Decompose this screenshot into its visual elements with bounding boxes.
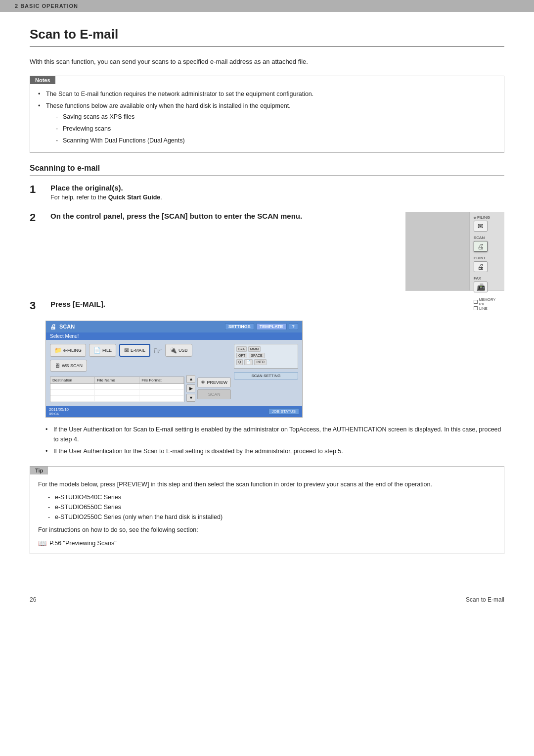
tip-model-1: e-STUDIO4540C Series	[48, 492, 496, 502]
scroll-down-btn[interactable]: ▼	[186, 394, 195, 402]
scan-menu-buttons: 📁 e-FILING 📄 FILE ✉ E-MAIL ☞	[50, 344, 231, 357]
setting-item-4: SPACE	[249, 353, 264, 358]
step-1: 1 Place the original(s). For help, refer…	[30, 184, 504, 203]
help-label: ?	[292, 324, 295, 329]
usb-menu-btn[interactable]: 🔌 USB	[165, 344, 192, 357]
bullet-item-2: If the User Authentication for the Scan …	[45, 446, 504, 456]
tip-ref-icon: 📖	[38, 538, 46, 549]
efiling-menu-icon: 📁	[54, 347, 62, 354]
print-label: PRINT	[474, 256, 486, 260]
efiling-menu-btn[interactable]: 📁 e-FILING	[50, 344, 86, 357]
step-1-number: 1	[30, 184, 45, 195]
line-checkbox	[474, 306, 478, 310]
scan-setting-button[interactable]: SCAN SETTING	[234, 372, 298, 379]
job-status-button[interactable]: JOB STATUS	[268, 408, 299, 415]
setting-item-7: INTO	[254, 359, 267, 365]
col-fileformat: File Format	[139, 377, 184, 383]
efiling-label: e-FILING	[474, 215, 490, 220]
intro-paragraph: With this scan function, you can send yo…	[30, 57, 504, 67]
job-status-label: JOB STATUS	[272, 409, 296, 414]
setting-row-2: OPT SPACE	[236, 353, 296, 358]
scroll-mid-btn[interactable]: ▶	[186, 384, 195, 392]
notes-item-1: The Scan to E-mail function requires the…	[38, 89, 496, 99]
setting-item-3: OPT	[236, 353, 247, 358]
step-1-title: Place the original(s).	[50, 184, 504, 192]
step-3-section: 3 Press [E-MAIL]. 🖨 SCAN SETTINGS TEMPLA…	[30, 300, 504, 562]
scan-table-header: Destination File Name File Format	[50, 377, 184, 384]
template-label: TEMPLATE	[260, 324, 283, 329]
file-menu-btn[interactable]: 📄 FILE	[89, 344, 116, 357]
step-3-content: Press [E-MAIL].	[50, 300, 504, 310]
scan-subheader: Select Menu!	[46, 332, 302, 340]
setting-row-3: Q 📄 INTO	[236, 359, 296, 365]
settings-label: SETTINGS	[228, 324, 251, 329]
scan-table: Destination File Name File Format	[50, 377, 184, 402]
scan-body: 📁 e-FILING 📄 FILE ✉ E-MAIL ☞	[46, 340, 302, 406]
tip-label: Tip	[30, 467, 48, 474]
page-title: Scan to E-mail	[30, 27, 504, 47]
setting-item-6: 📄	[244, 359, 253, 365]
fax-group: FAX 📠	[474, 276, 500, 292]
template-button[interactable]: TEMPLATE	[256, 323, 287, 330]
fax-button: 📠	[474, 282, 488, 292]
email-menu-btn[interactable]: ✉ E-MAIL	[119, 344, 150, 357]
setting-item-5: Q	[236, 359, 243, 365]
step-3-number: 3	[30, 300, 45, 312]
notes-sub-list: Saving scans as XPS files Previewing sca…	[46, 112, 496, 145]
memory-rx-line: MEMORY RX LINE	[474, 297, 500, 311]
scroll-up-btn[interactable]: ▲	[186, 375, 195, 383]
wsscan-icon: 🖥	[54, 362, 60, 369]
scan-button[interactable]: 🖨	[474, 241, 488, 252]
usb-menu-label: USB	[178, 348, 188, 353]
tip-box: Tip For the models below, press [PREVIEW…	[30, 466, 504, 554]
table-row-1	[50, 384, 184, 390]
fax-label: FAX	[474, 276, 481, 281]
scan-label: SCAN	[474, 236, 485, 240]
scan-ui-screenshot: 🖨 SCAN SETTINGS TEMPLATE ? Sele	[45, 321, 303, 418]
scan-menu-area: 📁 e-FILING 📄 FILE ✉ E-MAIL ☞	[50, 344, 231, 402]
cell-3-3	[139, 396, 184, 401]
step-1-detail: For help, refer to the Quick Start Guide…	[50, 194, 504, 201]
scan-right-panel: BkA MMM OPT SPACE Q 📄 INTO	[234, 344, 298, 402]
print-button: 🖨	[474, 261, 488, 272]
help-button[interactable]: ?	[289, 323, 299, 330]
panel-right-strip: e-FILING ✉ SCAN 🖨 PRINT 🖨 FAX	[469, 212, 504, 290]
scan-start-button[interactable]: SCAN	[197, 389, 231, 399]
cell-2-1	[50, 390, 95, 395]
notes-box: Notes The Scan to E-mail function requir…	[30, 76, 504, 153]
select-menu-label: Select Menu!	[50, 333, 79, 339]
notes-content: The Scan to E-mail function requires the…	[30, 84, 504, 152]
scan-start-label: SCAN	[208, 392, 221, 397]
efiling-group: e-FILING ✉	[474, 215, 500, 232]
scan-header-left: 🖨 SCAN	[50, 323, 75, 331]
cell-1-1	[50, 384, 95, 389]
wsscan-menu-btn[interactable]: 🖥 WS SCAN	[50, 360, 87, 372]
scan-header-right: SETTINGS TEMPLATE ?	[225, 323, 298, 330]
tip-intro: For the models below, press [PREVIEW] in…	[38, 479, 496, 489]
scan-title: SCAN	[59, 324, 75, 330]
step-2-content: On the control panel, press the [SCAN] b…	[50, 212, 504, 291]
cell-1-2	[95, 384, 139, 389]
section-header: 2 BASIC OPERATION	[0, 0, 534, 12]
section-label: 2 BASIC OPERATION	[15, 3, 78, 9]
usb-menu-icon: 🔌	[170, 347, 177, 354]
setting-row-1: BkA MMM	[236, 346, 296, 352]
email-menu-label: E-MAIL	[131, 348, 145, 353]
table-row-3	[50, 396, 184, 402]
footer-datetime: 2011/05/10 09:04	[49, 407, 69, 416]
tip-reference: 📖 P.56 "Previewing Scans"	[38, 538, 496, 549]
line-label: LINE	[479, 306, 488, 311]
notes-sub-item-2: Previewing scans	[56, 124, 496, 134]
wsscan-label: WS SCAN	[62, 363, 83, 368]
scan-group: SCAN 🖨	[474, 236, 500, 252]
print-group: PRINT 🖨	[474, 256, 500, 272]
email-menu-icon: ✉	[124, 347, 129, 354]
preview-button[interactable]: 👁 PREVIEW	[197, 378, 231, 387]
setting-item-1: BkA	[236, 346, 247, 352]
step-2-text: On the control panel, press the [SCAN] b…	[50, 212, 391, 222]
tip-model-3: e-STUDIO2550C Series (only when the hard…	[48, 512, 496, 522]
col-filename: File Name	[95, 377, 139, 383]
settings-button[interactable]: SETTINGS	[225, 323, 254, 330]
section-heading: Scanning to e-mail	[30, 164, 504, 176]
page-number: 26	[30, 596, 36, 603]
